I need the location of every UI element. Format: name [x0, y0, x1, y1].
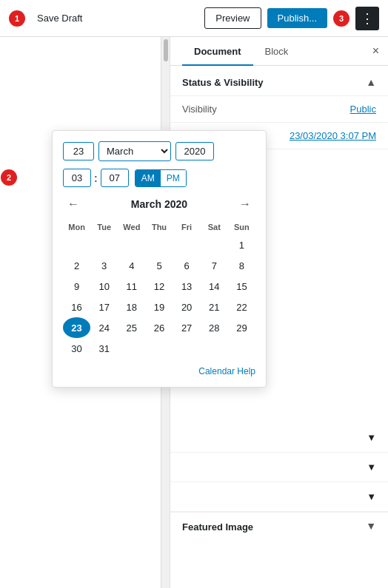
collapsed-section-1[interactable]: ▼: [170, 423, 388, 453]
calendar-day[interactable]: 20: [173, 297, 201, 317]
main-area: Document Block × Status & Visibility ▲ V…: [0, 37, 388, 588]
calendar-day[interactable]: 28: [201, 317, 228, 338]
calendar-day[interactable]: 24: [90, 317, 118, 338]
section-chevron-up[interactable]: ▲: [366, 76, 376, 88]
calendar-day[interactable]: 11: [118, 276, 145, 297]
featured-image-label: Featured Image: [182, 521, 253, 533]
calendar-day[interactable]: 13: [173, 276, 201, 297]
calendar-day[interactable]: 3: [90, 255, 118, 276]
sidebar-panel: Document Block × Status & Visibility ▲ V…: [170, 37, 388, 588]
calendar-day[interactable]: 30: [63, 338, 90, 359]
calendar-day: [228, 338, 255, 359]
col-thu: Thu: [145, 220, 173, 234]
calendar-day[interactable]: 17: [90, 297, 118, 317]
toolbar: 1 Save Draft Preview Publish... 3 ⋮: [0, 0, 388, 37]
col-mon: Mon: [63, 220, 90, 234]
calendar-grid: Mon Tue Wed Thu Fri Sat Sun 123456789101…: [63, 220, 255, 359]
publish-button[interactable]: Publish...: [267, 8, 327, 28]
calendar-header: ← March 2020 →: [63, 196, 255, 212]
calendar-day[interactable]: 6: [173, 255, 201, 276]
calendar-day: [173, 234, 201, 255]
visibility-row: Visibility Public: [170, 96, 388, 123]
hour-input[interactable]: [63, 169, 91, 187]
status-visibility-section: Status & Visibility ▲: [170, 66, 388, 96]
calendar-day: [90, 234, 118, 255]
month-select[interactable]: JanuaryFebruaryMarch AprilMayJune JulyAu…: [98, 141, 171, 161]
calendar-day[interactable]: 27: [173, 317, 201, 338]
tab-document[interactable]: Document: [182, 37, 253, 66]
section-title: Status & Visibility: [182, 77, 264, 88]
calendar-help-link[interactable]: Calendar Help: [198, 366, 255, 376]
save-draft-button[interactable]: Save Draft: [31, 10, 88, 27]
time-separator: :: [94, 172, 98, 184]
close-panel-button[interactable]: ×: [372, 44, 379, 58]
publish-value[interactable]: 23/03/2020 3:07 PM: [290, 130, 376, 141]
minute-input[interactable]: [101, 169, 129, 187]
am-button[interactable]: AM: [136, 170, 161, 186]
day-input[interactable]: [63, 142, 94, 160]
panel-tabs: Document Block ×: [170, 37, 388, 66]
calendar-day[interactable]: 14: [201, 276, 228, 297]
ampm-group: AM PM: [135, 169, 187, 187]
visibility-value[interactable]: Public: [350, 104, 376, 115]
col-sat: Sat: [201, 220, 228, 234]
calendar-day[interactable]: 10: [90, 276, 118, 297]
calendar-day[interactable]: 2: [63, 255, 90, 276]
calendar-day: [118, 234, 145, 255]
calendar-day: [201, 234, 228, 255]
calendar-day[interactable]: 19: [145, 297, 173, 317]
next-month-button[interactable]: →: [235, 196, 255, 212]
col-fri: Fri: [173, 220, 201, 234]
calendar-day[interactable]: 12: [145, 276, 173, 297]
prev-month-button[interactable]: ←: [63, 196, 84, 212]
preview-button[interactable]: Preview: [204, 7, 261, 29]
featured-image-chevron[interactable]: ▼: [366, 520, 376, 532]
badge-3: 3: [333, 10, 349, 27]
calendar-day[interactable]: 4: [118, 255, 145, 276]
calendar-day[interactable]: 26: [145, 317, 173, 338]
badge-1: 1: [9, 10, 25, 27]
pm-button[interactable]: PM: [161, 170, 186, 186]
calendar-month-title: March 2020: [131, 198, 187, 210]
calendar-day: [63, 234, 90, 255]
more-options-button[interactable]: ⋮: [355, 7, 379, 30]
visibility-label: Visibility: [182, 104, 217, 115]
calendar-help-row: Calendar Help: [63, 366, 255, 376]
col-tue: Tue: [90, 220, 118, 234]
calendar-day: [173, 338, 201, 359]
calendar-day: [118, 338, 145, 359]
calendar-day[interactable]: 21: [201, 297, 228, 317]
calendar-day[interactable]: 29: [228, 317, 255, 338]
collapsed-chevron-1: ▼: [367, 432, 376, 443]
calendar-day[interactable]: 22: [228, 297, 255, 317]
tab-block[interactable]: Block: [253, 37, 301, 66]
col-sun: Sun: [228, 220, 255, 234]
calendar-popup: 2 JanuaryFebruaryMarch AprilMayJune July…: [52, 130, 267, 388]
calendar-day[interactable]: 31: [90, 338, 118, 359]
calendar-day[interactable]: 23: [63, 317, 90, 338]
date-inputs-row: JanuaryFebruaryMarch AprilMayJune JulyAu…: [63, 141, 255, 161]
calendar-day: [145, 338, 173, 359]
time-inputs-row: : AM PM: [63, 169, 255, 187]
collapsed-chevron-3: ▼: [367, 491, 376, 502]
badge-2: 2: [1, 169, 17, 186]
collapsed-section-2[interactable]: ▼: [170, 453, 388, 482]
calendar-day[interactable]: 8: [228, 255, 255, 276]
calendar-day[interactable]: 18: [118, 297, 145, 317]
col-wed: Wed: [118, 220, 145, 234]
year-input[interactable]: [175, 142, 214, 160]
calendar-day[interactable]: 15: [228, 276, 255, 297]
calendar-day[interactable]: 9: [63, 276, 90, 297]
calendar-day[interactable]: 1: [228, 234, 255, 255]
calendar-day[interactable]: 5: [145, 255, 173, 276]
collapsed-chevron-2: ▼: [367, 462, 376, 473]
calendar-day[interactable]: 7: [201, 255, 228, 276]
scrollbar-thumb: [164, 39, 168, 61]
calendar-day[interactable]: 16: [63, 297, 90, 317]
calendar-day: [201, 338, 228, 359]
calendar-day[interactable]: 25: [118, 317, 145, 338]
calendar-day: [145, 234, 173, 255]
collapsed-section-3[interactable]: ▼: [170, 482, 388, 512]
